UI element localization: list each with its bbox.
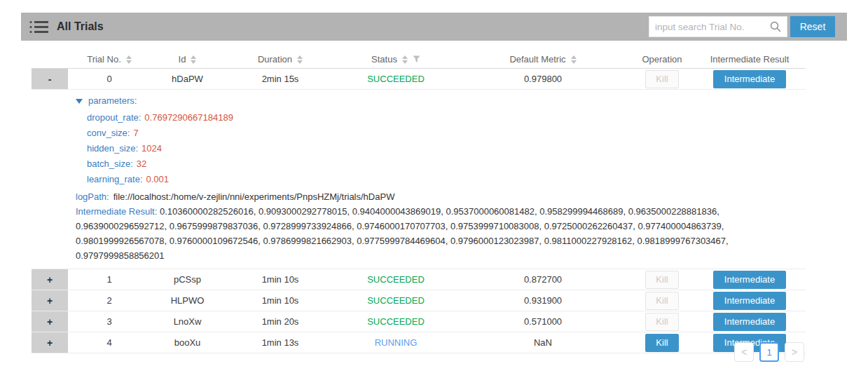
sort-icon[interactable] bbox=[297, 55, 303, 64]
parameter-key: conv_size: bbox=[87, 128, 130, 138]
expand-toggle[interactable]: + bbox=[32, 269, 68, 290]
triangle-down-icon bbox=[76, 99, 83, 104]
search-box bbox=[649, 16, 787, 37]
cell-trial-no: 4 bbox=[68, 332, 151, 353]
cell-id: hDaPW bbox=[151, 69, 224, 89]
collapse-toggle[interactable]: - bbox=[32, 69, 68, 89]
header-intermediate-result: Intermediate Result bbox=[694, 54, 806, 65]
parameter-value: 32 bbox=[137, 158, 146, 169]
trial-detail-panel: parameters: dropout_rate:0.7697290667184… bbox=[32, 90, 806, 269]
sort-icon[interactable] bbox=[402, 55, 408, 64]
parameter-key: learning_rate: bbox=[87, 174, 143, 184]
page-title: All Trials bbox=[57, 20, 104, 33]
cell-trial-no: 2 bbox=[68, 290, 151, 311]
logpath-value: file://localhost:/home/v-zejlin/nni/expe… bbox=[113, 191, 395, 202]
table-header-row: Trial No. Id Duration Status Default Met… bbox=[32, 50, 806, 69]
kill-button: Kill bbox=[645, 70, 679, 88]
header-default-metric[interactable]: Default Metric bbox=[455, 54, 631, 65]
cell-default-metric: 0.979800 bbox=[455, 69, 631, 89]
cell-id: HLPWO bbox=[151, 290, 224, 311]
prev-page-button[interactable]: < bbox=[734, 342, 754, 362]
sort-icon[interactable] bbox=[191, 55, 196, 64]
expand-toggle[interactable]: + bbox=[32, 311, 68, 332]
parameter-item: hidden_size:1024 bbox=[87, 141, 806, 156]
parameter-item: dropout_rate:0.7697290667184189 bbox=[87, 110, 806, 126]
search-input[interactable] bbox=[649, 22, 770, 32]
table-row: - 0 hDaPW 2min 15s SUCCEEDED 0.979800 Ki… bbox=[32, 69, 806, 90]
table-row: + 3 LnoXw 1min 20s SUCCEEDED 0.571000 Ki… bbox=[32, 311, 806, 332]
cell-duration: 1min 20s bbox=[224, 311, 336, 332]
expand-toggle[interactable]: + bbox=[32, 290, 68, 311]
intermediate-button[interactable]: Intermediate bbox=[713, 271, 786, 289]
cell-default-metric: NaN bbox=[455, 332, 631, 353]
cell-duration: 1min 10s bbox=[224, 269, 336, 290]
cell-default-metric: 0.872700 bbox=[455, 269, 631, 290]
header-label: Trial No. bbox=[87, 54, 121, 65]
cell-duration: 1min 13s bbox=[224, 332, 336, 353]
table-row: + 2 HLPWO 1min 10s SUCCEEDED 0.931900 Ki… bbox=[32, 290, 806, 311]
header-duration[interactable]: Duration bbox=[224, 54, 336, 65]
page-number-button[interactable]: 1 bbox=[759, 342, 779, 362]
parameters-toggle[interactable]: parameters: bbox=[76, 95, 806, 107]
cell-trial-no: 3 bbox=[68, 311, 151, 332]
parameter-key: hidden_size: bbox=[87, 143, 138, 154]
parameter-item: batch_size:32 bbox=[87, 156, 806, 172]
intermediate-button[interactable]: Intermediate bbox=[713, 313, 786, 331]
kill-button: Kill bbox=[645, 292, 679, 310]
header-label: Intermediate Result bbox=[710, 54, 790, 65]
cell-id: LnoXw bbox=[151, 311, 224, 332]
kill-button: Kill bbox=[645, 271, 679, 289]
kill-button[interactable]: Kill bbox=[645, 334, 679, 352]
header-label: Duration bbox=[258, 54, 292, 65]
header-label: Status bbox=[371, 54, 397, 65]
parameter-value: 0.7697290667184189 bbox=[144, 112, 233, 123]
intermediate-result-label: Intermediate Result: bbox=[76, 206, 157, 217]
logpath-line: logPath:file://localhost:/home/v-zejlin/… bbox=[76, 190, 806, 204]
parameter-value: 7 bbox=[133, 128, 138, 138]
header-trial-no[interactable]: Trial No. bbox=[68, 54, 151, 65]
parameters-label: parameters: bbox=[88, 95, 137, 107]
cell-status: SUCCEEDED bbox=[336, 269, 455, 290]
cell-status: SUCCEEDED bbox=[336, 69, 455, 89]
parameter-item: learning_rate:0.001 bbox=[87, 172, 806, 187]
header-label: Operation bbox=[642, 54, 682, 65]
cell-duration: 2min 15s bbox=[224, 69, 336, 89]
trials-table: Trial No. Id Duration Status Default Met… bbox=[32, 50, 806, 353]
sort-icon[interactable] bbox=[571, 55, 577, 64]
parameter-key: batch_size: bbox=[87, 158, 133, 169]
table-row: + 4 booXu 1min 13s RUNNING NaN Kill Inte… bbox=[32, 332, 806, 353]
cell-default-metric: 0.571000 bbox=[455, 311, 631, 332]
cell-status: SUCCEEDED bbox=[336, 290, 455, 311]
intermediate-button[interactable]: Intermediate bbox=[713, 292, 786, 310]
header-label: Id bbox=[179, 54, 186, 65]
search-icon[interactable] bbox=[770, 21, 781, 32]
logpath-label: logPath: bbox=[76, 191, 109, 202]
cell-status: SUCCEEDED bbox=[336, 311, 455, 332]
list-menu-icon bbox=[29, 20, 48, 34]
parameter-key: dropout_rate: bbox=[87, 112, 141, 123]
filter-icon[interactable] bbox=[413, 55, 420, 63]
table-row: + 1 pCSsp 1min 10s SUCCEEDED 0.872700 Ki… bbox=[32, 269, 806, 290]
header-status[interactable]: Status bbox=[336, 54, 455, 65]
parameter-value: 0.001 bbox=[146, 174, 170, 184]
kill-button: Kill bbox=[645, 313, 679, 331]
header-id[interactable]: Id bbox=[151, 54, 224, 65]
header-label: Default Metric bbox=[509, 54, 565, 65]
cell-id: pCSsp bbox=[151, 269, 224, 290]
cell-duration: 1min 10s bbox=[224, 290, 336, 311]
parameter-item: conv_size:7 bbox=[87, 126, 806, 141]
parameters-list: dropout_rate:0.7697290667184189 conv_siz… bbox=[87, 110, 806, 187]
header-operation: Operation bbox=[631, 54, 694, 65]
pagination: < 1 > bbox=[734, 342, 804, 362]
cell-id: booXu bbox=[151, 332, 224, 353]
cell-trial-no: 1 bbox=[68, 269, 151, 290]
intermediate-button[interactable]: Intermediate bbox=[713, 70, 786, 88]
next-page-button[interactable]: > bbox=[785, 342, 804, 362]
reset-button[interactable]: Reset bbox=[790, 16, 835, 37]
intermediate-result-text: Intermediate Result: 0.10360000282526016… bbox=[76, 204, 806, 263]
cell-trial-no: 0 bbox=[68, 69, 151, 89]
cell-status: RUNNING bbox=[336, 332, 455, 353]
expand-toggle[interactable]: + bbox=[32, 332, 68, 353]
sort-icon[interactable] bbox=[126, 55, 132, 64]
title-bar: All Trials Reset bbox=[21, 13, 847, 41]
